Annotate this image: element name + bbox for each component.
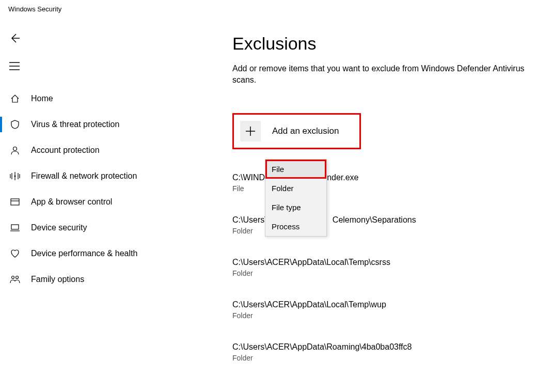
sidebar-item-virus-threat[interactable]: Virus & threat protection bbox=[0, 112, 227, 137]
sidebar-item-label: Firewall & network protection bbox=[31, 171, 137, 181]
menu-button[interactable] bbox=[9, 56, 30, 76]
sidebar-item-label: Device security bbox=[31, 223, 87, 232]
page-description: Add or remove items that you want to exc… bbox=[232, 63, 542, 86]
sidebar-item-family[interactable]: Family options bbox=[0, 266, 227, 292]
add-exclusion-button[interactable]: Add an exclusion bbox=[232, 113, 361, 149]
exclusion-path: C:\Users\ACER\AppData\Local\Temp\csrss bbox=[232, 258, 542, 267]
hamburger-icon bbox=[9, 62, 20, 70]
window-icon bbox=[9, 196, 21, 208]
dropdown-item-folder[interactable]: Folder bbox=[265, 179, 326, 198]
sidebar-item-device-performance[interactable]: Device performance & health bbox=[0, 241, 227, 266]
dropdown-item-file-type[interactable]: File type bbox=[265, 198, 326, 217]
sidebar-item-label: App & browser control bbox=[31, 197, 112, 207]
svg-point-1 bbox=[14, 176, 16, 177]
exclusion-type: Folder bbox=[232, 269, 542, 277]
svg-point-5 bbox=[16, 276, 19, 279]
sidebar-item-app-browser[interactable]: App & browser control bbox=[0, 189, 227, 215]
add-exclusion-dropdown: File Folder File type Process bbox=[265, 159, 327, 237]
svg-point-0 bbox=[13, 147, 17, 151]
svg-rect-2 bbox=[11, 199, 19, 205]
exclusion-entry[interactable]: C:\Users\ACER\AppData\Roaming\4ba0ba03ff… bbox=[232, 342, 542, 362]
svg-rect-3 bbox=[11, 225, 19, 229]
back-arrow-icon bbox=[9, 33, 21, 44]
sidebar: Home Virus & threat protection Account p… bbox=[0, 86, 227, 292]
heart-icon bbox=[9, 248, 21, 259]
sidebar-item-home[interactable]: Home bbox=[0, 86, 227, 112]
dropdown-item-process[interactable]: Process bbox=[265, 217, 326, 236]
svg-point-4 bbox=[12, 276, 14, 279]
home-icon bbox=[9, 93, 21, 104]
window-title: Windows Security bbox=[0, 0, 552, 13]
dropdown-item-file[interactable]: File bbox=[265, 160, 326, 179]
sidebar-item-label: Virus & threat protection bbox=[31, 120, 119, 129]
back-button[interactable] bbox=[9, 28, 30, 49]
laptop-icon bbox=[9, 222, 21, 233]
family-icon bbox=[9, 274, 21, 285]
plus-icon bbox=[240, 121, 261, 142]
sidebar-item-label: Device performance & health bbox=[31, 249, 137, 258]
exclusion-path: C:\Users\ACER\AppData\Local\Temp\wup bbox=[232, 300, 542, 309]
sidebar-item-device-security[interactable]: Device security bbox=[0, 215, 227, 241]
sidebar-item-label: Home bbox=[31, 94, 53, 103]
person-icon bbox=[9, 145, 21, 156]
add-exclusion-label: Add an exclusion bbox=[272, 126, 339, 136]
shield-icon bbox=[9, 119, 21, 130]
sidebar-item-label: Account protection bbox=[31, 146, 100, 155]
page-title: Exclusions bbox=[232, 34, 542, 54]
exclusion-entry[interactable]: C:\Users\ACER\AppData\Local\Temp\wup Fol… bbox=[232, 300, 542, 320]
exclusion-entry[interactable]: C:\Users\ACER\AppData\Local\Temp\csrss F… bbox=[232, 258, 542, 277]
exclusion-type: Folder bbox=[232, 311, 542, 320]
sidebar-item-account[interactable]: Account protection bbox=[0, 137, 227, 163]
exclusion-path: C:\Users\ACER\AppData\Roaming\4ba0ba03ff… bbox=[232, 342, 542, 352]
signal-icon bbox=[9, 170, 21, 182]
sidebar-item-firewall[interactable]: Firewall & network protection bbox=[0, 163, 227, 189]
sidebar-item-label: Family options bbox=[31, 275, 84, 284]
exclusion-type: Folder bbox=[232, 354, 542, 362]
